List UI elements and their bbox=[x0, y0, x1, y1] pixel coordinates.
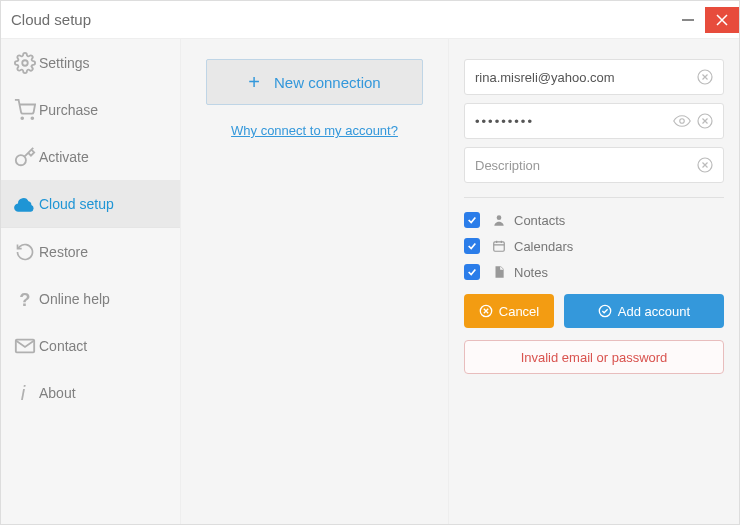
email-field-wrapper bbox=[464, 59, 724, 95]
calendar-icon bbox=[490, 239, 508, 253]
why-connect-link[interactable]: Why connect to my account? bbox=[231, 123, 398, 138]
sidebar-item-settings[interactable]: Settings bbox=[1, 39, 180, 86]
clear-icon[interactable] bbox=[697, 113, 713, 129]
gear-icon bbox=[11, 52, 39, 74]
notes-icon bbox=[490, 265, 508, 279]
mail-icon bbox=[11, 335, 39, 357]
cart-icon bbox=[11, 99, 39, 121]
add-account-button[interactable]: Add account bbox=[564, 294, 724, 328]
titlebar: Cloud setup bbox=[1, 1, 739, 39]
email-field[interactable] bbox=[475, 70, 691, 85]
svg-text:i: i bbox=[21, 382, 26, 404]
checkbox-calendars[interactable] bbox=[464, 238, 480, 254]
sidebar-item-label: Contact bbox=[39, 338, 87, 354]
minimize-button[interactable] bbox=[671, 7, 705, 33]
error-message: Invalid email or password bbox=[464, 340, 724, 374]
info-icon: i bbox=[11, 380, 39, 406]
sidebar-item-label: Activate bbox=[39, 149, 89, 165]
sidebar-item-online-help[interactable]: ? Online help bbox=[1, 275, 180, 322]
sync-label: Contacts bbox=[514, 213, 565, 228]
svg-point-2 bbox=[21, 117, 23, 119]
sidebar-item-label: Restore bbox=[39, 244, 88, 260]
sidebar-item-restore[interactable]: Restore bbox=[1, 228, 180, 275]
svg-point-3 bbox=[31, 117, 33, 119]
description-field-wrapper bbox=[464, 147, 724, 183]
sidebar-item-cloud-setup[interactable]: Cloud setup bbox=[1, 180, 180, 227]
svg-rect-0 bbox=[682, 19, 694, 21]
sidebar-item-label: Cloud setup bbox=[39, 196, 114, 212]
sync-label: Notes bbox=[514, 265, 548, 280]
add-account-label: Add account bbox=[618, 304, 690, 319]
eye-icon[interactable] bbox=[673, 113, 691, 129]
check-icon bbox=[598, 304, 612, 318]
sync-notes-row: Notes bbox=[464, 264, 724, 280]
checkbox-contacts[interactable] bbox=[464, 212, 480, 228]
cloud-icon bbox=[11, 194, 39, 214]
plus-icon: + bbox=[248, 71, 260, 94]
person-icon bbox=[490, 213, 508, 227]
new-connection-button[interactable]: + New connection bbox=[206, 59, 423, 105]
svg-point-1 bbox=[22, 60, 28, 66]
sidebar-item-label: Purchase bbox=[39, 102, 98, 118]
clear-icon[interactable] bbox=[697, 157, 713, 173]
new-connection-label: New connection bbox=[274, 74, 381, 91]
sync-label: Calendars bbox=[514, 239, 573, 254]
sidebar: Settings Purchase Activate Cloud setup bbox=[1, 39, 181, 524]
svg-point-11 bbox=[497, 215, 502, 220]
clear-icon[interactable] bbox=[697, 69, 713, 85]
center-panel: + New connection Why connect to my accou… bbox=[181, 39, 449, 524]
sync-contacts-row: Contacts bbox=[464, 212, 724, 228]
cancel-icon bbox=[479, 304, 493, 318]
sidebar-item-label: Online help bbox=[39, 291, 110, 307]
sync-calendars-row: Calendars bbox=[464, 238, 724, 254]
close-button[interactable] bbox=[705, 7, 739, 33]
form-panel: Contacts Calendars Notes bbox=[449, 39, 739, 524]
password-field[interactable] bbox=[475, 114, 667, 129]
password-field-wrapper bbox=[464, 103, 724, 139]
restore-icon bbox=[11, 242, 39, 262]
sidebar-item-label: Settings bbox=[39, 55, 90, 71]
cancel-button[interactable]: Cancel bbox=[464, 294, 554, 328]
help-icon: ? bbox=[11, 287, 39, 311]
sidebar-item-activate[interactable]: Activate bbox=[1, 133, 180, 180]
window-title: Cloud setup bbox=[11, 11, 91, 28]
sidebar-item-purchase[interactable]: Purchase bbox=[1, 86, 180, 133]
checkbox-notes[interactable] bbox=[464, 264, 480, 280]
svg-point-8 bbox=[680, 119, 685, 124]
key-icon bbox=[11, 146, 39, 168]
description-field[interactable] bbox=[475, 158, 691, 173]
sidebar-item-about[interactable]: i About bbox=[1, 369, 180, 416]
svg-text:?: ? bbox=[19, 288, 30, 309]
sidebar-item-contact[interactable]: Contact bbox=[1, 322, 180, 369]
cancel-label: Cancel bbox=[499, 304, 539, 319]
svg-rect-12 bbox=[494, 242, 505, 251]
sidebar-item-label: About bbox=[39, 385, 76, 401]
